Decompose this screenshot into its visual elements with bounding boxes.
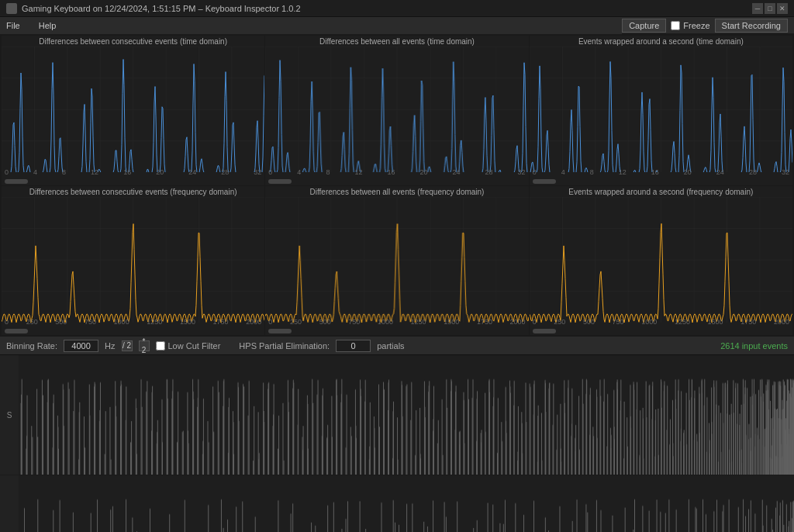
maximize-button[interactable]: □	[765, 3, 775, 14]
chart-canvas-4	[265, 197, 528, 323]
chart-canvas-3	[2, 197, 264, 323]
lane-s-canvas	[19, 355, 794, 475]
low-cut-filter-label: Low Cut Filter	[168, 341, 221, 351]
title-bar: Gaming Keyboard on 12/24/2024, 1:51:15 P…	[0, 0, 794, 17]
chart-canvas-1	[265, 47, 528, 172]
lane-g-label: G	[0, 475, 19, 532]
menu-help[interactable]: Help	[36, 19, 60, 32]
hps-label: HPS Partial Elimination:	[239, 341, 330, 351]
chart-2: Events wrapped around a second (time dom…	[530, 36, 792, 185]
lane-s-label: S	[0, 355, 19, 475]
bottom-panel: Binning Rate: 4000 Hz / 2 * 2 Low Cut Fi…	[0, 337, 794, 532]
freeze-checkbox[interactable]	[671, 21, 680, 30]
low-cut-filter-checkbox[interactable]	[156, 341, 165, 351]
lane-g-canvas	[19, 475, 794, 532]
start-recording-button[interactable]: Start Recording	[715, 19, 788, 33]
lane-g-content	[19, 475, 794, 532]
low-cut-filter-container: Low Cut Filter	[156, 341, 221, 351]
chart-4: Differences between all events (frequenc…	[265, 186, 528, 336]
binning-rate-unit: Hz	[105, 341, 115, 351]
lane-g: G	[0, 475, 794, 532]
chart-title-5: Events wrapped around a second (frequenc…	[530, 186, 792, 198]
close-button[interactable]: ✕	[777, 3, 788, 14]
title-bar-controls: ─ □ ✕	[752, 3, 788, 14]
chart-5: Events wrapped around a second (frequenc…	[530, 186, 792, 336]
keyboard-lanes: S G L F7 0246810121416182022242628303234…	[0, 355, 794, 516]
chart-title-3: Differences between consecutive events (…	[2, 186, 264, 198]
binning-rate-value: 4000	[64, 340, 98, 352]
binning-rate-label: Binning Rate:	[6, 341, 57, 351]
lane-s-content	[19, 355, 794, 475]
lane-s: S	[0, 355, 794, 475]
chart-canvas-0	[2, 47, 264, 172]
divide-button[interactable]: / 2	[122, 340, 133, 351]
title-bar-text: Gaming Keyboard on 12/24/2024, 1:51:15 P…	[22, 4, 301, 13]
chart-3: Differences between consecutive events (…	[2, 186, 264, 336]
chart-0: Differences between consecutive events (…	[2, 36, 264, 185]
input-events-count: 2614 input events	[720, 341, 788, 351]
freeze-label: Freeze	[683, 21, 709, 30]
chart-canvas-5	[530, 197, 792, 323]
freeze-checkbox-container: Freeze	[671, 21, 709, 30]
hps-value: 0	[336, 340, 371, 352]
chart-title-0: Differences between consecutive events (…	[2, 36, 264, 47]
multiply-button[interactable]: * 2	[139, 340, 150, 351]
bottom-controls: Binning Rate: 4000 Hz / 2 * 2 Low Cut Fi…	[0, 337, 794, 355]
minimize-button[interactable]: ─	[752, 3, 763, 14]
menu-bar: File Help	[0, 17, 622, 34]
chart-title-4: Differences between all events (frequenc…	[265, 186, 528, 198]
title-bar-left: Gaming Keyboard on 12/24/2024, 1:51:15 P…	[6, 3, 301, 14]
chart-title-2: Events wrapped around a second (time dom…	[530, 36, 792, 47]
chart-title-1: Differences between all events (time dom…	[265, 36, 528, 47]
chart-1: Differences between all events (time dom…	[265, 36, 528, 185]
chart-canvas-2	[530, 47, 792, 172]
capture-button[interactable]: Capture	[622, 19, 666, 33]
menu-file[interactable]: File	[3, 19, 23, 32]
app-icon	[6, 3, 17, 14]
charts-area: Differences between consecutive events (…	[0, 34, 794, 337]
hps-unit: partials	[377, 341, 404, 351]
